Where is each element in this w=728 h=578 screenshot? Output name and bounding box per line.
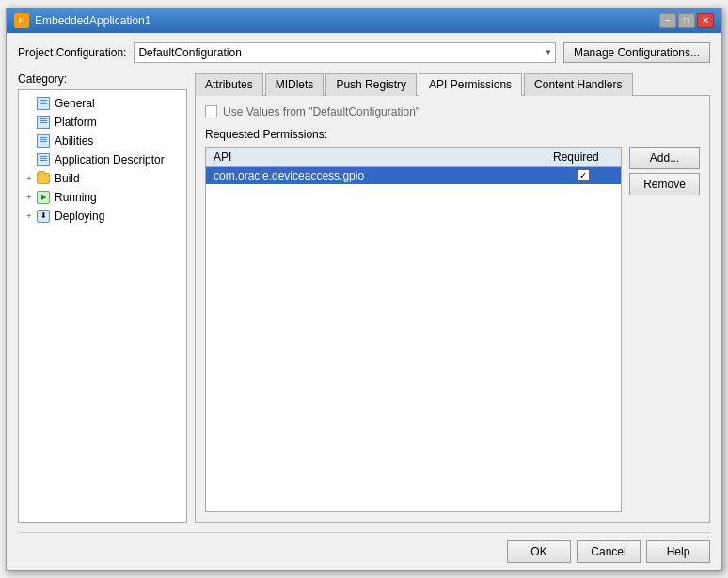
- sidebar-item-running[interactable]: + Running: [19, 188, 186, 207]
- main-window: E EmbeddedApplication1 − □ ✕ Project Con…: [6, 8, 722, 571]
- right-panel: Attributes MIDlets Push Registry API Per…: [195, 72, 710, 523]
- close-button[interactable]: ✕: [697, 13, 714, 28]
- main-content: Category: General: [18, 72, 710, 523]
- use-values-label: Use Values from "DefaultConfiguration": [223, 105, 419, 118]
- cell-required: ✓: [546, 169, 621, 181]
- use-values-row: Use Values from "DefaultConfiguration": [205, 105, 700, 118]
- platform-label: Platform: [55, 116, 97, 129]
- config-select[interactable]: DefaultConfiguration: [134, 42, 556, 63]
- expand-app-descriptor: [23, 153, 36, 166]
- manage-configurations-button[interactable]: Manage Configurations...: [563, 42, 710, 63]
- app-descriptor-label: Application Descriptor: [55, 153, 165, 166]
- required-checkbox[interactable]: ✓: [578, 169, 590, 181]
- general-icon: [36, 96, 51, 111]
- maximize-button[interactable]: □: [678, 13, 695, 28]
- sidebar-item-build[interactable]: + Build: [19, 169, 186, 188]
- project-config-row: Project Configuration: DefaultConfigurat…: [18, 42, 710, 63]
- app-descriptor-icon: [36, 152, 51, 167]
- permissions-area: API Required com.oracle.deviceaccess.gpi…: [205, 147, 700, 512]
- window-body: Project Configuration: DefaultConfigurat…: [7, 33, 721, 532]
- help-button[interactable]: Help: [646, 540, 710, 563]
- expand-running: +: [23, 191, 36, 204]
- ok-button[interactable]: OK: [507, 540, 571, 563]
- tab-content: Use Values from "DefaultConfiguration" R…: [195, 96, 710, 523]
- tabs-row: Attributes MIDlets Push Registry API Per…: [195, 72, 710, 96]
- add-button[interactable]: Add...: [629, 147, 700, 169]
- tab-midlets[interactable]: MIDlets: [265, 73, 324, 96]
- sidebar-item-general[interactable]: General: [19, 94, 186, 113]
- general-label: General: [55, 97, 95, 110]
- expand-abilities: [23, 134, 36, 148]
- table-row[interactable]: com.oracle.deviceaccess.gpio ✓: [206, 167, 621, 184]
- project-config-label: Project Configuration:: [18, 46, 126, 59]
- table-header: API Required: [206, 148, 621, 167]
- app-icon: E: [14, 13, 29, 28]
- abilities-icon: [36, 133, 51, 148]
- title-bar: E EmbeddedApplication1 − □ ✕: [7, 8, 721, 33]
- build-icon: [36, 171, 51, 186]
- tab-content-handlers[interactable]: Content Handlers: [524, 73, 632, 96]
- category-panel: Category: General: [18, 72, 187, 523]
- abilities-label: Abilities: [55, 134, 93, 148]
- permissions-table: API Required com.oracle.deviceaccess.gpi…: [205, 147, 622, 512]
- sidebar-item-deploying[interactable]: + ⬇ Deploying: [19, 207, 186, 226]
- cell-api: com.oracle.deviceaccess.gpio: [206, 169, 546, 182]
- deploying-icon: ⬇: [36, 209, 51, 224]
- sidebar-item-platform[interactable]: Platform: [19, 113, 186, 132]
- tab-api-permissions[interactable]: API Permissions: [419, 73, 522, 96]
- cancel-button[interactable]: Cancel: [577, 540, 641, 563]
- requested-permissions-label: Requested Permissions:: [205, 128, 700, 141]
- platform-icon: [36, 115, 51, 130]
- tab-push-registry[interactable]: Push Registry: [325, 73, 417, 96]
- deploying-label: Deploying: [55, 210, 104, 223]
- expand-platform: [23, 116, 36, 129]
- title-bar-controls: − □ ✕: [659, 13, 714, 28]
- sidebar-item-app-descriptor[interactable]: Application Descriptor: [19, 150, 186, 169]
- tree-view: General Platform: [18, 89, 187, 523]
- window-title: EmbeddedApplication1: [35, 14, 150, 27]
- sidebar-item-abilities[interactable]: Abilities: [19, 132, 186, 150]
- expand-build: +: [23, 172, 36, 185]
- table-body: com.oracle.deviceaccess.gpio ✓: [206, 167, 621, 511]
- remove-button[interactable]: Remove: [629, 173, 700, 195]
- expand-general: [23, 97, 36, 110]
- use-values-checkbox[interactable]: [205, 105, 217, 117]
- bottom-bar: OK Cancel Help: [7, 533, 721, 570]
- title-bar-left: E EmbeddedApplication1: [14, 13, 150, 28]
- running-label: Running: [55, 191, 97, 204]
- expand-deploying: +: [23, 210, 36, 223]
- minimize-button[interactable]: −: [659, 13, 676, 28]
- category-label: Category:: [18, 72, 187, 86]
- tab-attributes[interactable]: Attributes: [195, 73, 263, 96]
- col-header-required: Required: [546, 150, 621, 164]
- permissions-buttons: Add... Remove: [629, 147, 700, 512]
- build-label: Build: [55, 172, 80, 185]
- config-select-wrapper: DefaultConfiguration: [134, 42, 556, 63]
- col-header-api: API: [206, 150, 546, 164]
- running-icon: [36, 190, 51, 205]
